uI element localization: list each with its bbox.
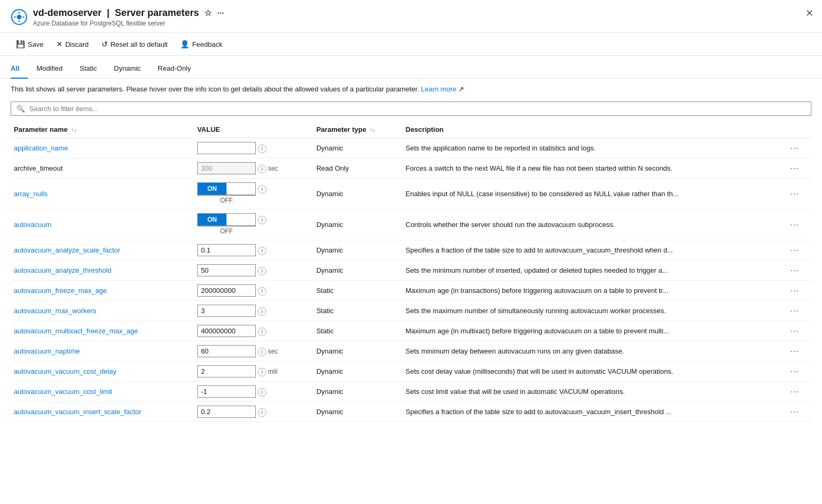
info-icon[interactable]: i [258,408,266,417]
info-icon[interactable]: i [258,368,266,376]
more-button[interactable]: ··· [788,144,801,153]
info-icon[interactable]: i [258,348,266,356]
param-name-link[interactable]: autovacuum_naptime [14,347,80,355]
description-cell: Sets minimum delay between autovacuum ru… [402,341,785,362]
param-name-link[interactable]: autovacuum_vacuum_cost_limit [14,388,112,396]
more-actions-cell: ··· [785,301,811,321]
info-icon[interactable]: i [258,307,266,316]
info-icon[interactable]: i [258,247,266,255]
tab-modified[interactable]: Modified [28,60,71,79]
close-button[interactable]: ✕ [806,7,813,19]
value-input[interactable] [197,284,256,297]
more-button[interactable]: ··· [788,367,801,376]
more-button[interactable]: ··· [788,266,801,275]
page-title: vd-demoserver | Server parameters ☆ ··· [33,7,811,19]
param-name-link[interactable]: autovacuum_freeze_max_age [14,287,107,295]
more-button[interactable]: ··· [788,220,801,230]
reset-icon: ↺ [102,40,108,48]
info-icon[interactable]: i [258,287,266,296]
toolbar: 💾 Save ✕ Discard ↺ Reset all to default … [0,33,822,56]
description-cell: Sets cost limit value that will be used … [402,382,785,402]
search-input[interactable] [29,105,806,113]
more-button[interactable]: ··· [788,189,801,199]
sort-icon-name[interactable]: ↑↓ [71,127,77,133]
toggle-button[interactable]: ON [197,213,256,226]
ellipsis-icon[interactable]: ··· [217,9,224,18]
value-input[interactable] [197,406,256,418]
param-name-cell: autovacuum [11,209,194,240]
info-icon[interactable]: i [258,267,266,275]
toggle-wrap[interactable]: ONOFF [197,182,256,205]
info-icon[interactable]: i [258,145,266,153]
sort-icon-type[interactable]: ↑↓ [370,127,375,133]
value-input[interactable] [197,264,256,276]
tab-dynamic[interactable]: Dynamic [105,60,149,79]
param-name-link[interactable]: autovacuum_max_workers [14,307,96,315]
value-input[interactable] [197,345,256,357]
param-name-link[interactable]: autovacuum_vacuum_insert_scale_factor [14,408,141,416]
more-button[interactable]: ··· [788,164,801,173]
learn-more-link[interactable]: Learn more [421,85,456,93]
info-icon[interactable]: i [258,185,266,194]
param-type-cell: Static [313,321,402,341]
more-actions-cell: ··· [785,362,811,382]
discard-button[interactable]: ✕ Discard [51,37,94,51]
feedback-button[interactable]: 👤 Feedback [175,37,228,51]
more-actions-cell: ··· [785,321,811,341]
param-name-link[interactable]: array_nulls [14,190,48,198]
table-row: autovacuum_analyze_thresholdiDynamicSets… [11,261,811,281]
value-input[interactable] [197,244,256,256]
tab-static[interactable]: Static [71,60,106,79]
table-row: archive_timeoutisecRead OnlyForces a swi… [11,158,811,179]
toggle-off-active: OFF [197,195,256,205]
parameters-table: Parameter name ↑↓ VALUE Parameter type ↑… [11,121,811,422]
value-cell: i [194,321,313,341]
param-name-link[interactable]: autovacuum_analyze_scale_factor [14,246,120,254]
more-button[interactable]: ··· [788,347,801,356]
param-name-link[interactable]: autovacuum_multixact_freeze_max_age [14,327,138,335]
info-icon[interactable]: i [258,327,266,336]
more-button[interactable]: ··· [788,246,801,255]
value-input[interactable] [197,385,256,398]
table-row: autovacuum_max_workersiStaticSets the ma… [11,301,811,321]
value-input[interactable] [197,365,256,377]
value-cell: i [194,402,313,422]
star-icon[interactable]: ☆ [204,8,212,18]
more-button[interactable]: ··· [788,407,801,417]
param-name-link[interactable]: application_name [14,144,68,152]
value-cell: i [194,261,313,281]
param-name-cell: autovacuum_analyze_scale_factor [11,240,194,261]
col-description: Description [402,121,785,138]
more-button[interactable]: ··· [788,306,801,316]
description-cell: Sets the minimum number of inserted, upd… [402,261,785,281]
info-icon[interactable]: i [258,165,266,173]
description-cell: Sets cost delay value (milliseconds) tha… [402,362,785,382]
toggle-wrap[interactable]: ONOFF [197,213,256,236]
info-icon[interactable]: i [258,388,266,397]
value-input[interactable] [197,142,256,154]
param-type-cell: Read Only [313,158,402,179]
tab-readonly[interactable]: Read-Only [149,60,199,79]
info-icon[interactable]: i [258,216,266,224]
more-button[interactable]: ··· [788,326,801,336]
param-name-cell: autovacuum_max_workers [11,301,194,321]
more-button[interactable]: ··· [788,286,801,296]
page-header: vd-demoserver | Server parameters ☆ ··· … [0,0,822,33]
value-input[interactable] [197,305,256,317]
search-input-wrap[interactable]: 🔍 [11,102,811,116]
more-actions-cell: ··· [785,179,811,209]
param-name-link[interactable]: autovacuum [14,221,52,229]
title-separator: | [107,7,110,19]
tab-all[interactable]: All [11,60,28,79]
param-name-link[interactable]: autovacuum_vacuum_cost_delay [14,367,116,375]
value-cell: isec [194,158,313,179]
param-name-link[interactable]: autovacuum_analyze_threshold [14,266,112,274]
page-title-text: Server parameters [115,7,199,19]
reset-button[interactable]: ↺ Reset all to default [96,37,173,51]
save-button[interactable]: 💾 Save [11,37,49,51]
more-button[interactable]: ··· [788,387,801,397]
param-type-cell: Static [313,301,402,321]
toggle-button[interactable]: ON [197,182,256,195]
value-input[interactable] [197,325,256,337]
table-row: array_nullsONOFFiDynamicEnables input of… [11,179,811,209]
